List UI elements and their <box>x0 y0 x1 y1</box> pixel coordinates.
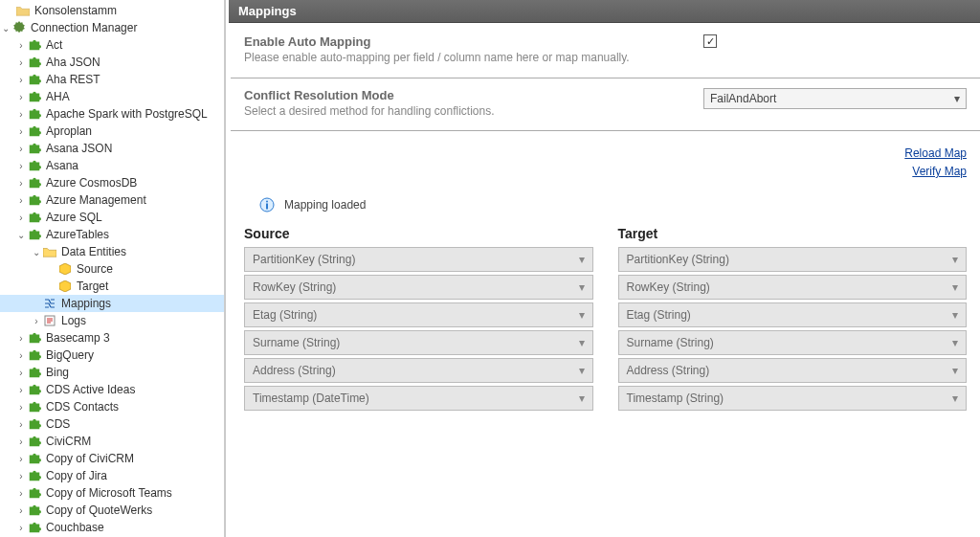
chevron-down-icon[interactable]: ⌄ <box>15 229 27 240</box>
conflict-mode-select[interactable]: FailAndAbort ▾ <box>703 88 967 109</box>
chevron-right-icon[interactable]: › <box>15 487 27 499</box>
mapping-field-select[interactable]: Surname (String)▾ <box>618 330 968 355</box>
tree-node[interactable]: ›Basecamp 3 <box>0 329 224 347</box>
tree-node[interactable]: ›Aha REST <box>0 71 224 88</box>
tree-node[interactable]: ›CiviCRM <box>0 433 224 450</box>
chevron-right-icon[interactable]: › <box>15 470 27 481</box>
mapping-field-select[interactable]: Address (String)▾ <box>244 358 593 383</box>
mapping-field-select[interactable]: Timestamp (String)▾ <box>618 386 968 411</box>
node-label: BigQuery <box>42 348 94 362</box>
chevron-down-icon: ▾ <box>952 280 958 294</box>
chevron-right-icon[interactable]: › <box>15 108 27 120</box>
node-label: Couchbase <box>42 521 104 534</box>
mapping-field-select[interactable]: RowKey (String)▾ <box>618 275 968 300</box>
auto-mapping-checkbox[interactable]: ✓ <box>703 34 717 48</box>
tree-source[interactable]: Source <box>0 260 224 278</box>
chevron-right-icon[interactable]: › <box>15 349 27 361</box>
chevron-right-icon[interactable]: › <box>15 74 27 85</box>
puzzle-icon <box>27 416 42 432</box>
mapping-field-select[interactable]: PartitionKey (String)▾ <box>244 247 593 272</box>
chevron-right-icon[interactable]: › <box>15 418 27 430</box>
chevron-right-icon[interactable]: › <box>15 177 27 189</box>
mapping-field-select[interactable]: Surname (String)▾ <box>244 330 593 355</box>
tree-node[interactable]: ›Act <box>0 36 224 54</box>
chevron-right-icon[interactable]: › <box>15 332 27 344</box>
puzzle-icon <box>27 382 42 397</box>
chevron-down-icon[interactable]: ⌄ <box>0 22 11 34</box>
mapping-field-select[interactable]: PartitionKey (String)▾ <box>618 247 968 272</box>
chevron-right-icon[interactable]: › <box>15 384 27 395</box>
conflict-mode-title: Conflict Resolution Mode <box>244 88 703 102</box>
chevron-right-icon[interactable]: › <box>15 125 27 137</box>
reload-map-link[interactable]: Reload Map <box>231 145 967 163</box>
tree-logs[interactable]: › Logs <box>0 312 224 329</box>
tree-node[interactable]: ›Copy of Microsoft Teams <box>0 484 224 502</box>
puzzle-icon <box>27 192 42 208</box>
puzzle-icon <box>27 37 42 53</box>
tree-node[interactable]: ›Azure Management <box>0 191 224 209</box>
tree-node[interactable]: ›Copy of CiviCRM <box>0 450 224 467</box>
panel-title: Mappings <box>229 0 980 23</box>
tree-node[interactable]: ›Aha JSON <box>0 54 224 71</box>
mapping-field-select[interactable]: Timestamp (DateTime)▾ <box>244 386 593 411</box>
chevron-right-icon[interactable]: › <box>15 91 27 102</box>
field-value: Timestamp (String) <box>627 392 724 405</box>
tree-root[interactable]: Konsolenstamm <box>0 2 224 19</box>
chevron-right-icon[interactable]: › <box>15 143 27 154</box>
tree-node[interactable]: ›Aproplan <box>0 123 224 140</box>
tree-node-azuretables[interactable]: ⌄ AzureTables <box>0 226 224 243</box>
puzzle-icon <box>27 141 42 156</box>
chevron-right-icon[interactable]: › <box>15 401 27 413</box>
chevron-right-icon[interactable]: › <box>15 453 27 464</box>
tree-node[interactable]: ›Apache Spark with PostgreSQL <box>0 105 224 123</box>
chevron-right-icon[interactable]: › <box>15 39 27 51</box>
chevron-right-icon[interactable]: › <box>15 212 27 223</box>
chevron-right-icon[interactable]: › <box>15 367 27 378</box>
node-label: Azure SQL <box>42 211 102 224</box>
chevron-right-icon[interactable]: › <box>15 56 27 68</box>
tree-node[interactable]: ›Asana JSON <box>0 140 224 157</box>
chevron-down-icon[interactable]: ⌄ <box>31 246 42 257</box>
field-value: PartitionKey (String) <box>627 253 729 266</box>
tree-node[interactable]: ›CDS Active Ideas <box>0 381 224 398</box>
tree-node[interactable]: ›BigQuery <box>0 347 224 364</box>
chevron-right-icon[interactable]: › <box>15 160 27 171</box>
mapping-field-select[interactable]: Etag (String)▾ <box>244 302 593 327</box>
tree-node[interactable]: ›Bing <box>0 364 224 381</box>
chevron-down-icon: ▾ <box>954 92 960 105</box>
puzzle-icon <box>27 106 42 122</box>
tree-node[interactable]: ›Copy of Jira <box>0 467 224 484</box>
tree-node[interactable]: ›CDS Contacts <box>0 398 224 415</box>
tree-node[interactable]: ›AHA <box>0 88 224 105</box>
chevron-right-icon[interactable]: › <box>15 436 27 447</box>
tree-target[interactable]: Target <box>0 278 224 295</box>
mapping-field-select[interactable]: Etag (String)▾ <box>618 302 968 327</box>
tree-connection-manager[interactable]: ⌄ Connection Manager <box>0 19 224 36</box>
node-label: Aha JSON <box>42 56 100 69</box>
tree-node[interactable]: ›Copy of QuoteWerks <box>0 502 224 519</box>
chevron-right-icon[interactable]: › <box>15 504 27 516</box>
chevron-right-icon[interactable]: › <box>15 194 27 206</box>
conflict-mode-desc: Select a desired method for handling con… <box>244 104 703 120</box>
node-label: CDS Contacts <box>42 400 119 414</box>
cube-icon <box>57 261 73 277</box>
chevron-right-icon[interactable]: › <box>15 522 27 533</box>
tree-data-entities[interactable]: ⌄ Data Entities <box>0 243 224 260</box>
mapping-field-select[interactable]: RowKey (String)▾ <box>244 275 593 300</box>
puzzle-icon <box>27 72 42 87</box>
tree-node[interactable]: ›Couchbase <box>0 519 224 536</box>
tree-node[interactable]: ›Asana <box>0 157 224 174</box>
field-value: RowKey (String) <box>627 280 710 294</box>
node-label: Copy of QuoteWerks <box>42 503 152 517</box>
tree-mappings[interactable]: Mappings <box>0 295 224 312</box>
chevron-down-icon: ▾ <box>952 392 958 405</box>
tree-node[interactable]: ›CDS <box>0 415 224 433</box>
navigation-tree[interactable]: Konsolenstamm ⌄ Connection Manager ›Act›… <box>0 0 225 537</box>
puzzle-icon <box>27 347 42 363</box>
mapping-field-select[interactable]: Address (String)▾ <box>618 358 968 383</box>
node-label: Asana <box>42 159 78 172</box>
verify-map-link[interactable]: Verify Map <box>231 163 967 181</box>
chevron-right-icon[interactable]: › <box>31 315 42 326</box>
tree-node[interactable]: ›Azure SQL <box>0 209 224 226</box>
tree-node[interactable]: ›Azure CosmosDB <box>0 174 224 191</box>
